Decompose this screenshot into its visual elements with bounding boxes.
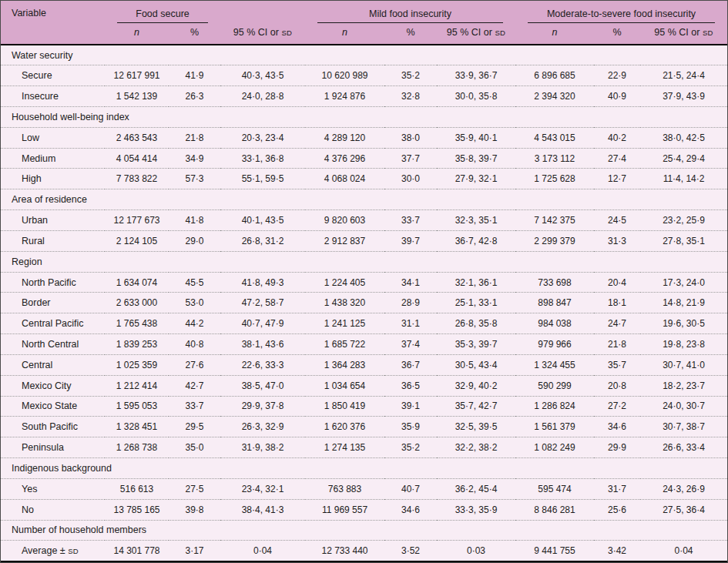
data-cell: 1 268 738	[105, 437, 169, 458]
data-cell: 2 124 105	[105, 230, 169, 251]
data-cell: 40·7	[384, 478, 437, 499]
data-cell: 40·9	[594, 86, 640, 107]
data-cell: 7 783 822	[105, 169, 169, 189]
data-cell: 763 883	[305, 478, 384, 499]
data-cell: 35·2	[384, 437, 437, 458]
data-cell: 29·5	[169, 417, 220, 437]
row-label: Secure	[1, 65, 105, 86]
data-cell: 35·2	[384, 65, 437, 86]
table-row: North Central1 839 25340·838·1, 43·61 68…	[1, 334, 727, 355]
row-label: Rural	[1, 230, 105, 251]
data-cell: 22·9	[594, 65, 640, 86]
data-cell: 1 286 824	[515, 396, 594, 417]
data-cell: 37·7	[384, 148, 437, 169]
col-header-n-food-secure: n	[105, 24, 169, 45]
table-row: No13 785 16539·838·4, 41·311 969 55734·6…	[1, 499, 727, 520]
data-cell: 38·0, 42·5	[640, 127, 727, 148]
data-cell: 25·1, 33·1	[437, 293, 515, 313]
data-cell: 4 054 414	[105, 148, 169, 169]
table-row: Peninsula1 268 73835·031·9, 38·21 274 13…	[1, 437, 727, 458]
row-label: High	[1, 169, 105, 189]
data-cell: 1 212 414	[105, 375, 169, 396]
table-row: Mexico State1 595 05333·729·9, 37·81 850…	[1, 396, 727, 417]
data-cell: 21·8	[594, 334, 640, 355]
data-cell: 39·1	[384, 396, 437, 417]
data-cell: 30·0	[384, 169, 437, 189]
data-cell: 35·9, 40·1	[437, 127, 515, 148]
data-cell: 1 082 249	[515, 437, 594, 458]
data-cell: 18·2, 23·7	[640, 375, 727, 396]
data-cell: 12 733 440	[305, 541, 384, 561]
table-row: Average ± SD14 301 7783·170·0412 733 440…	[1, 541, 727, 561]
section-title: Household well-being index	[1, 106, 727, 127]
data-cell: 984 038	[515, 313, 594, 334]
data-cell: 1 241 125	[305, 313, 384, 334]
section-row: Number of household members	[1, 520, 727, 541]
data-cell: 3·17	[169, 541, 220, 561]
data-cell: 1 839 253	[105, 334, 169, 355]
data-cell: 27·9, 32·1	[437, 169, 515, 189]
statistics-table-container: Variable Food secure Mild food insecurit…	[0, 0, 728, 563]
data-cell: 35·8, 39·7	[437, 148, 515, 169]
data-cell: 4 543 015	[515, 127, 594, 148]
row-label: Yes	[1, 478, 105, 499]
data-cell: 590 299	[515, 375, 594, 396]
data-cell: 35·0	[169, 437, 220, 458]
col-header-pct-mild: %	[384, 24, 437, 45]
data-cell: 1 924 876	[305, 86, 384, 107]
data-cell: 27·5	[169, 478, 220, 499]
data-cell: 23·4, 32·1	[220, 478, 305, 499]
col-header-ci-food-secure: 95 % CI or SD	[220, 24, 305, 45]
section-title: Area of residence	[1, 189, 727, 210]
data-cell: 34·6	[594, 417, 640, 437]
data-cell: 57·3	[169, 169, 220, 189]
data-cell: 32·1, 36·1	[437, 272, 515, 293]
data-cell: 18·1	[594, 293, 640, 313]
data-cell: 1 850 419	[305, 396, 384, 417]
data-cell: 38·1, 43·6	[220, 334, 305, 355]
data-cell: 12·7	[594, 169, 640, 189]
group-header-mild: Mild food insecurity	[305, 1, 515, 24]
table-row: Low2 463 54321·820·3, 23·44 289 12038·03…	[1, 127, 727, 148]
table-row: Mexico City1 212 41442·738·5, 47·01 034 …	[1, 375, 727, 396]
data-cell: 40·7, 47·9	[220, 313, 305, 334]
data-cell: 1 034 654	[305, 375, 384, 396]
data-cell: 27·2	[594, 396, 640, 417]
data-cell: 40·8	[169, 334, 220, 355]
col-header-n-moderate: n	[515, 24, 594, 45]
data-cell: 38·4, 41·3	[220, 499, 305, 520]
data-cell: 27·6	[169, 354, 220, 375]
data-cell: 24·3, 26·9	[640, 478, 727, 499]
data-cell: 38·5, 47·0	[220, 375, 305, 396]
section-row: Area of residence	[1, 189, 727, 210]
data-cell: 14 301 778	[105, 541, 169, 561]
data-cell: 30·0, 35·8	[437, 86, 515, 107]
data-cell: 33·9, 36·7	[437, 65, 515, 86]
data-cell: 3 173 112	[515, 148, 594, 169]
data-cell: 29·9	[594, 437, 640, 458]
col-header-n-mild: n	[305, 24, 384, 45]
row-label: Mexico City	[1, 375, 105, 396]
data-cell: 31·1	[384, 313, 437, 334]
row-label: Central Pacific	[1, 313, 105, 334]
data-cell: 516 613	[105, 478, 169, 499]
section-title: Number of household members	[1, 520, 727, 541]
data-cell: 36·7, 42·8	[437, 230, 515, 251]
data-cell: 2 912 837	[305, 230, 384, 251]
data-cell: 26·6, 33·4	[640, 437, 727, 458]
data-cell: 37·9, 43·9	[640, 86, 727, 107]
data-cell: 41·8	[169, 210, 220, 231]
section-row: Water security	[1, 45, 727, 65]
data-cell: 32·9, 40·2	[437, 375, 515, 396]
data-cell: 3·52	[384, 541, 437, 561]
data-cell: 6 896 685	[515, 65, 594, 86]
data-cell: 25·4, 29·4	[640, 148, 727, 169]
data-cell: 1 364 283	[305, 354, 384, 375]
sd-abbreviation: SD	[68, 547, 79, 555]
data-cell: 47·2, 58·7	[220, 293, 305, 313]
table-row: Border2 633 00053·047·2, 58·71 438 32028…	[1, 293, 727, 313]
data-cell: 979 966	[515, 334, 594, 355]
data-cell: 32·8	[384, 86, 437, 107]
data-cell: 2 633 000	[105, 293, 169, 313]
data-cell: 55·1, 59·5	[220, 169, 305, 189]
